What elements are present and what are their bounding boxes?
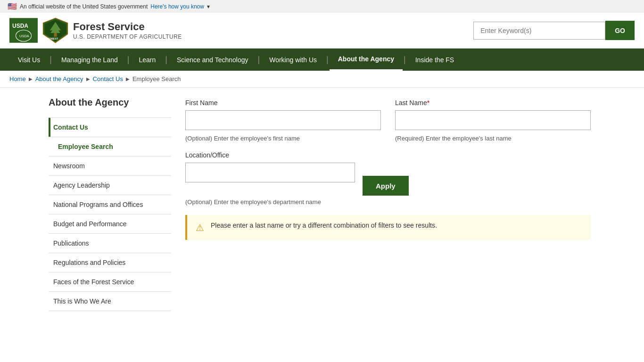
breadcrumb-sep-2: ▶ [86, 76, 90, 82]
warning-message: Please enter a last name or try a differ… [211, 222, 437, 229]
gov-banner: 🇺🇸 An official website of the United Sta… [0, 0, 644, 13]
breadcrumb-contact[interactable]: Contact Us [93, 75, 123, 82]
dept-name: U.S. DEPARTMENT OF AGRICULTURE [73, 33, 182, 40]
heres-how-link[interactable]: Here's how you know [150, 3, 204, 10]
sidebar-item-budget[interactable]: Budget and Performance [49, 214, 171, 234]
name-form-row: First Name (Optional) Enter the employee… [185, 99, 591, 142]
sidebar-link-who-we-are[interactable]: This is Who We Are [49, 292, 171, 311]
warning-box: ⚠ Please enter a last name or try a diff… [185, 215, 591, 240]
svg-rect-8 [54, 33, 57, 37]
logo-area: USDA USDA FOREST Forest Service U.S. DEP… [9, 17, 182, 43]
sidebar-item-newsroom[interactable]: Newsroom [49, 156, 171, 176]
nav-item-science: Science and Technology [168, 49, 257, 70]
sidebar-item-who-we-are[interactable]: This is Who We Are [49, 292, 171, 311]
fs-shield-icon: FOREST [42, 17, 68, 43]
warning-icon: ⚠ [196, 222, 204, 233]
breadcrumb-current: Employee Search [132, 75, 181, 82]
page-content: About the Agency Contact Us Employee Sea… [39, 88, 605, 321]
first-name-hint: (Optional) Enter the employee's first na… [185, 135, 381, 142]
sidebar-link-regulations[interactable]: Regulations and Policies [49, 253, 171, 272]
sidebar-link-national-programs[interactable]: National Programs and Offices [49, 195, 171, 214]
nav-divider-2: | [126, 55, 131, 65]
nav-link-science[interactable]: Science and Technology [168, 49, 257, 70]
main-area: First Name (Optional) Enter the employee… [171, 88, 605, 321]
breadcrumb-about[interactable]: About the Agency [35, 75, 83, 82]
sidebar-item-contact-us[interactable]: Contact Us [49, 118, 171, 137]
location-label: Location/Office [185, 151, 591, 159]
apply-button[interactable]: Apply [363, 176, 409, 196]
location-hint: (Optional) Enter the employee's departme… [185, 198, 591, 206]
svg-rect-0 [9, 18, 38, 43]
sidebar-link-agency-leadership[interactable]: Agency Leadership [49, 176, 171, 195]
last-name-hint: (Required) Enter the employee's last nam… [395, 135, 591, 142]
flag-icon: 🇺🇸 [8, 2, 17, 11]
nav-item-working: Working with Us [261, 49, 325, 70]
nav-link-about[interactable]: About the Agency [330, 49, 403, 71]
sidebar-link-newsroom[interactable]: Newsroom [49, 156, 171, 175]
svg-text:USDA: USDA [19, 34, 29, 38]
main-nav: Visit Us | Managing the Land | Learn | S… [0, 49, 644, 71]
sidebar: About the Agency Contact Us Employee Sea… [39, 88, 171, 321]
location-row: Apply [185, 163, 591, 196]
location-input[interactable] [185, 163, 355, 182]
nav-divider-5: | [325, 55, 330, 65]
chevron-down-icon: ▾ [207, 3, 210, 10]
nav-item-learn: Learn [130, 49, 164, 70]
nav-divider-6: | [403, 55, 407, 65]
nav-link-visit-us[interactable]: Visit Us [9, 49, 49, 70]
first-name-group: First Name (Optional) Enter the employee… [185, 99, 381, 142]
breadcrumb-home[interactable]: Home [9, 75, 26, 82]
last-name-input[interactable] [395, 110, 591, 130]
nav-link-working[interactable]: Working with Us [261, 49, 325, 70]
sidebar-title: About the Agency [49, 97, 171, 114]
location-section: Location/Office Apply (Optional) Enter t… [185, 151, 591, 206]
site-header: USDA USDA FOREST Forest Service U.S. DEP… [0, 13, 644, 49]
search-input[interactable] [473, 22, 605, 40]
location-group [185, 163, 355, 182]
nav-item-about: About the Agency [330, 49, 403, 71]
svg-text:USDA: USDA [12, 23, 28, 29]
breadcrumb-sep-3: ▶ [126, 76, 130, 82]
sidebar-item-national-programs[interactable]: National Programs and Offices [49, 195, 171, 214]
usda-logo: USDA USDA [9, 17, 38, 43]
agency-name-group: Forest Service U.S. DEPARTMENT OF AGRICU… [73, 21, 182, 40]
svg-text:FOREST: FOREST [48, 37, 58, 40]
breadcrumb: Home ▶ About the Agency ▶ Contact Us ▶ E… [0, 71, 644, 88]
agency-name-title: Forest Service [73, 21, 182, 33]
nav-item-visit-us: Visit Us [9, 49, 49, 70]
nav-divider-3: | [164, 55, 168, 65]
breadcrumb-sep-1: ▶ [29, 76, 33, 82]
sidebar-link-contact-us[interactable]: Contact Us [49, 118, 171, 137]
nav-link-inside[interactable]: Inside the FS [407, 49, 463, 70]
nav-item-managing: Managing the Land [53, 49, 126, 70]
first-name-label: First Name [185, 99, 381, 107]
search-button[interactable]: GO [605, 21, 635, 40]
sidebar-link-budget[interactable]: Budget and Performance [49, 214, 171, 233]
last-name-group: Last Name* (Required) Enter the employee… [395, 99, 591, 142]
nav-divider-1: | [49, 55, 53, 65]
sidebar-item-employee-search[interactable]: Employee Search [49, 137, 171, 156]
nav-item-inside: Inside the FS [407, 49, 463, 70]
nav-link-learn[interactable]: Learn [130, 49, 164, 70]
search-area: GO [473, 21, 635, 40]
gov-banner-text: An official website of the United States… [20, 3, 148, 10]
first-name-input[interactable] [185, 110, 381, 130]
nav-link-managing[interactable]: Managing the Land [53, 49, 126, 70]
required-indicator: * [427, 99, 429, 107]
sidebar-link-employee-search[interactable]: Employee Search [49, 137, 171, 156]
sidebar-item-publications[interactable]: Publications [49, 234, 171, 253]
sidebar-link-faces[interactable]: Faces of the Forest Service [49, 272, 171, 291]
nav-divider-4: | [256, 55, 261, 65]
last-name-label: Last Name* [395, 99, 591, 107]
sidebar-item-agency-leadership[interactable]: Agency Leadership [49, 176, 171, 195]
sidebar-item-faces[interactable]: Faces of the Forest Service [49, 272, 171, 292]
sidebar-item-regulations[interactable]: Regulations and Policies [49, 253, 171, 272]
sidebar-link-publications[interactable]: Publications [49, 234, 171, 253]
